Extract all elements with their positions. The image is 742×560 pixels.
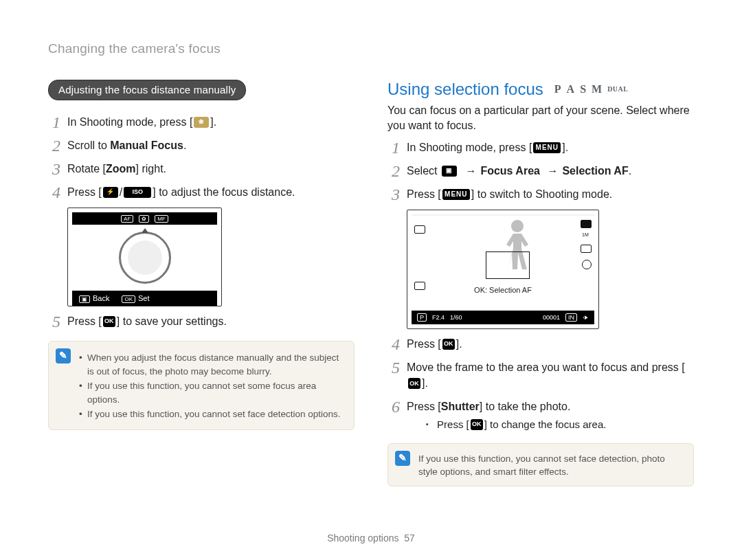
step: 1 In Shooting mode, press [MENU]. [387,139,694,156]
right-column: Using selection focus P A S M DUAL You c… [387,80,694,486]
lcd-top-strip: AF ✿ MF [72,212,217,225]
text: Move the frame to the area you want to f… [407,361,685,373]
mode-icons: P A S M DUAL [554,83,629,96]
bold-text: Zoom [106,163,136,175]
step: 5 Move the frame to the area you want to… [387,359,694,391]
step: 2 Select ▣ →Focus Area →Selection AF. [387,163,694,179]
flash-icon: ⚡ [103,187,118,198]
bold-text: Focus Area [480,165,540,177]
lcd-bottom-strip: ▣Back OKSet [72,291,217,306]
footer-page: 57 [404,533,415,544]
ok-key-icon: OK [122,295,135,303]
note-item: When you adjust the focus distance manua… [79,351,344,378]
section-heading: Using selection focus P A S M DUAL [387,80,694,99]
audio-icon: 🕩 [583,314,589,321]
text: ]. [210,116,216,128]
step-number: 5 [48,313,60,330]
text: Press [ [67,186,102,198]
ok-menu-icon: OK [471,419,483,430]
bold-text: Selection AF [562,165,628,177]
left-column: Adjusting the focus distance manually 1 … [48,80,355,486]
text: ] to save your settings. [117,315,227,327]
text: . [183,139,186,151]
aperture: F2.4 [432,314,445,321]
dial-area [72,225,217,291]
lcd-manual-focus: AF ✿ MF ▣Back OKSet [67,208,222,306]
step-number: 5 [387,359,400,376]
info-icon: ✎ [395,451,410,466]
step: 4 Press [⚡/ISO] to adjust the focus dist… [48,184,355,201]
back-key-icon: ▣ [79,295,90,303]
memory-icon: IN [565,313,577,322]
camera-icon: ▣ [442,166,457,177]
mode-chip: P [417,313,427,322]
text: ]. [422,377,428,389]
iso-icon: ISO [124,187,151,198]
heading-text: Using selection focus [387,80,543,99]
mode-m-icon: M [592,83,602,96]
step: 1 In Shooting mode, press [❀]. [48,114,355,131]
ok-menu-icon: OK [408,378,420,389]
lcd-selection-af: 1M OK: Selection AF P F2.4 1/60 00001 IN [407,210,599,329]
note-item: If you use this function, you cannot set… [79,379,344,406]
step: 5 Press [OK] to save your settings. [48,313,355,330]
text: ]. [562,142,568,153]
text: Select [407,165,440,177]
mode-s-icon: S [580,83,586,96]
step-number: 1 [387,139,400,156]
text: Rotate [ [67,163,106,175]
step: 2 Scroll to Manual Focus. [48,137,355,154]
af-tag: AF [121,215,133,223]
menu-icon: MENU [442,189,470,200]
back-label: Back [93,294,109,302]
note-item: If you use this function, you cannot set… [79,407,344,421]
two-columns: Adjusting the focus distance manually 1 … [48,80,694,486]
text: Press [ [407,188,441,200]
lcd-status-bar: P F2.4 1/60 00001 IN 🕩 [412,311,594,324]
left-steps-cont: 5 Press [OK] to save your settings. [48,313,355,330]
text: In Shooting mode, press [ [67,116,192,128]
step: 4 Press [OK]. [387,336,694,352]
shot-count: 00001 [543,314,560,321]
text: ]. [456,338,462,350]
mode-a-icon: A [567,83,575,96]
text: Press [ [407,401,441,412]
flash-off-icon [582,260,592,269]
arrow-icon: → [547,165,558,177]
mode-p-icon: P [554,83,561,96]
page-footer: Shooting options 57 [0,533,742,544]
text: Press [ [67,315,102,327]
shutter: 1/60 [450,314,462,321]
left-steps: 1 In Shooting mode, press [❀]. 2 Scroll … [48,114,355,201]
battery-icon [581,220,592,228]
text: ] to switch to Shooting mode. [471,188,612,200]
note-box: ✎ When you adjust the focus distance man… [48,341,355,430]
sub-bullet: Press [OK] to change the focus area. [426,417,606,432]
note-text: If you use this function, you cannot set… [418,453,665,478]
bold-text: Shutter [441,401,480,412]
size-icon: 1M [582,232,592,239]
ok-menu-icon: OK [442,339,455,350]
step-number: 2 [387,163,400,179]
text: ] to adjust the focus distance. [153,186,295,198]
bold-text: Manual Focus [110,139,183,151]
ok-hint: OK: Selection AF [412,286,594,294]
step-number: 3 [48,161,60,177]
mf-tag: MF [155,215,168,223]
film-icon [414,225,425,234]
text: Press [ [407,338,441,350]
text: / [120,186,122,198]
text: In Shooting mode, press [ [407,142,532,153]
right-steps-cont: 4 Press [OK]. 5 Move the frame to the ar… [387,336,694,432]
text: ] to take the photo. [480,401,571,412]
set-label: Set [138,294,150,302]
info-icon: ✎ [56,348,71,363]
step-number: 4 [387,336,400,352]
af-frame-icon [486,251,530,279]
macro-tag: ✿ [139,215,149,223]
text: ] to change the focus area. [484,418,607,430]
text: ] right. [136,163,166,175]
note-box: ✎ If you use this function, you cannot s… [387,443,694,486]
text: Press [ [437,418,469,430]
focus-dial-icon [119,232,171,284]
